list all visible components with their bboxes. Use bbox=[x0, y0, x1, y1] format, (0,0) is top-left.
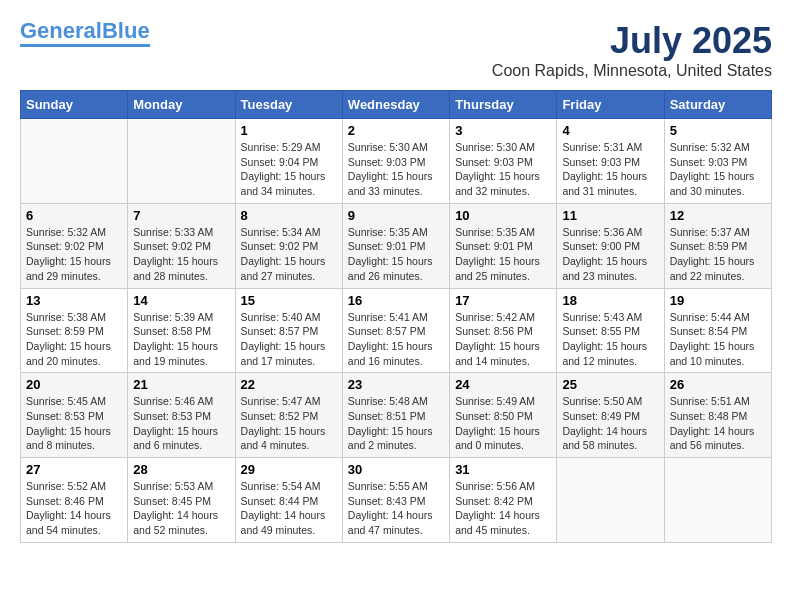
calendar-cell: 25Sunrise: 5:50 AM Sunset: 8:49 PM Dayli… bbox=[557, 373, 664, 458]
day-info: Sunrise: 5:56 AM Sunset: 8:42 PM Dayligh… bbox=[455, 479, 551, 538]
col-header-tuesday: Tuesday bbox=[235, 91, 342, 119]
calendar-cell: 12Sunrise: 5:37 AM Sunset: 8:59 PM Dayli… bbox=[664, 203, 771, 288]
calendar-cell: 20Sunrise: 5:45 AM Sunset: 8:53 PM Dayli… bbox=[21, 373, 128, 458]
calendar-cell: 26Sunrise: 5:51 AM Sunset: 8:48 PM Dayli… bbox=[664, 373, 771, 458]
calendar-cell: 18Sunrise: 5:43 AM Sunset: 8:55 PM Dayli… bbox=[557, 288, 664, 373]
calendar-cell bbox=[557, 458, 664, 543]
day-number: 11 bbox=[562, 208, 658, 223]
day-number: 1 bbox=[241, 123, 337, 138]
day-number: 26 bbox=[670, 377, 766, 392]
day-info: Sunrise: 5:29 AM Sunset: 9:04 PM Dayligh… bbox=[241, 140, 337, 199]
col-header-monday: Monday bbox=[128, 91, 235, 119]
calendar-cell bbox=[21, 119, 128, 204]
calendar-cell: 31Sunrise: 5:56 AM Sunset: 8:42 PM Dayli… bbox=[450, 458, 557, 543]
day-number: 30 bbox=[348, 462, 444, 477]
calendar-cell: 2Sunrise: 5:30 AM Sunset: 9:03 PM Daylig… bbox=[342, 119, 449, 204]
calendar-cell: 19Sunrise: 5:44 AM Sunset: 8:54 PM Dayli… bbox=[664, 288, 771, 373]
day-info: Sunrise: 5:36 AM Sunset: 9:00 PM Dayligh… bbox=[562, 225, 658, 284]
day-info: Sunrise: 5:34 AM Sunset: 9:02 PM Dayligh… bbox=[241, 225, 337, 284]
day-number: 22 bbox=[241, 377, 337, 392]
day-info: Sunrise: 5:53 AM Sunset: 8:45 PM Dayligh… bbox=[133, 479, 229, 538]
calendar-week-3: 13Sunrise: 5:38 AM Sunset: 8:59 PM Dayli… bbox=[21, 288, 772, 373]
col-header-thursday: Thursday bbox=[450, 91, 557, 119]
day-number: 24 bbox=[455, 377, 551, 392]
calendar-cell: 11Sunrise: 5:36 AM Sunset: 9:00 PM Dayli… bbox=[557, 203, 664, 288]
calendar-cell: 21Sunrise: 5:46 AM Sunset: 8:53 PM Dayli… bbox=[128, 373, 235, 458]
day-number: 7 bbox=[133, 208, 229, 223]
calendar-cell: 17Sunrise: 5:42 AM Sunset: 8:56 PM Dayli… bbox=[450, 288, 557, 373]
day-info: Sunrise: 5:52 AM Sunset: 8:46 PM Dayligh… bbox=[26, 479, 122, 538]
day-info: Sunrise: 5:37 AM Sunset: 8:59 PM Dayligh… bbox=[670, 225, 766, 284]
day-info: Sunrise: 5:30 AM Sunset: 9:03 PM Dayligh… bbox=[455, 140, 551, 199]
day-number: 8 bbox=[241, 208, 337, 223]
day-number: 27 bbox=[26, 462, 122, 477]
calendar-cell: 6Sunrise: 5:32 AM Sunset: 9:02 PM Daylig… bbox=[21, 203, 128, 288]
day-number: 18 bbox=[562, 293, 658, 308]
day-number: 12 bbox=[670, 208, 766, 223]
calendar-week-1: 1Sunrise: 5:29 AM Sunset: 9:04 PM Daylig… bbox=[21, 119, 772, 204]
calendar-cell: 27Sunrise: 5:52 AM Sunset: 8:46 PM Dayli… bbox=[21, 458, 128, 543]
calendar-cell: 10Sunrise: 5:35 AM Sunset: 9:01 PM Dayli… bbox=[450, 203, 557, 288]
calendar-week-5: 27Sunrise: 5:52 AM Sunset: 8:46 PM Dayli… bbox=[21, 458, 772, 543]
col-header-wednesday: Wednesday bbox=[342, 91, 449, 119]
day-info: Sunrise: 5:31 AM Sunset: 9:03 PM Dayligh… bbox=[562, 140, 658, 199]
calendar-cell: 4Sunrise: 5:31 AM Sunset: 9:03 PM Daylig… bbox=[557, 119, 664, 204]
day-number: 13 bbox=[26, 293, 122, 308]
day-number: 2 bbox=[348, 123, 444, 138]
calendar-cell: 22Sunrise: 5:47 AM Sunset: 8:52 PM Dayli… bbox=[235, 373, 342, 458]
day-info: Sunrise: 5:32 AM Sunset: 9:02 PM Dayligh… bbox=[26, 225, 122, 284]
day-info: Sunrise: 5:44 AM Sunset: 8:54 PM Dayligh… bbox=[670, 310, 766, 369]
logo-text: GeneralBlue bbox=[20, 20, 150, 42]
day-info: Sunrise: 5:48 AM Sunset: 8:51 PM Dayligh… bbox=[348, 394, 444, 453]
calendar-cell: 9Sunrise: 5:35 AM Sunset: 9:01 PM Daylig… bbox=[342, 203, 449, 288]
day-info: Sunrise: 5:40 AM Sunset: 8:57 PM Dayligh… bbox=[241, 310, 337, 369]
day-number: 21 bbox=[133, 377, 229, 392]
day-info: Sunrise: 5:51 AM Sunset: 8:48 PM Dayligh… bbox=[670, 394, 766, 453]
day-number: 19 bbox=[670, 293, 766, 308]
day-number: 31 bbox=[455, 462, 551, 477]
day-number: 6 bbox=[26, 208, 122, 223]
day-info: Sunrise: 5:55 AM Sunset: 8:43 PM Dayligh… bbox=[348, 479, 444, 538]
col-header-sunday: Sunday bbox=[21, 91, 128, 119]
day-number: 15 bbox=[241, 293, 337, 308]
day-number: 29 bbox=[241, 462, 337, 477]
day-number: 16 bbox=[348, 293, 444, 308]
day-number: 9 bbox=[348, 208, 444, 223]
day-number: 25 bbox=[562, 377, 658, 392]
calendar-cell: 24Sunrise: 5:49 AM Sunset: 8:50 PM Dayli… bbox=[450, 373, 557, 458]
day-number: 4 bbox=[562, 123, 658, 138]
day-info: Sunrise: 5:46 AM Sunset: 8:53 PM Dayligh… bbox=[133, 394, 229, 453]
logo-blue: Blue bbox=[102, 18, 150, 43]
day-info: Sunrise: 5:42 AM Sunset: 8:56 PM Dayligh… bbox=[455, 310, 551, 369]
day-number: 23 bbox=[348, 377, 444, 392]
day-info: Sunrise: 5:39 AM Sunset: 8:58 PM Dayligh… bbox=[133, 310, 229, 369]
calendar-cell: 7Sunrise: 5:33 AM Sunset: 9:02 PM Daylig… bbox=[128, 203, 235, 288]
day-info: Sunrise: 5:54 AM Sunset: 8:44 PM Dayligh… bbox=[241, 479, 337, 538]
calendar-week-4: 20Sunrise: 5:45 AM Sunset: 8:53 PM Dayli… bbox=[21, 373, 772, 458]
day-number: 14 bbox=[133, 293, 229, 308]
calendar-cell: 28Sunrise: 5:53 AM Sunset: 8:45 PM Dayli… bbox=[128, 458, 235, 543]
day-info: Sunrise: 5:30 AM Sunset: 9:03 PM Dayligh… bbox=[348, 140, 444, 199]
calendar-cell: 15Sunrise: 5:40 AM Sunset: 8:57 PM Dayli… bbox=[235, 288, 342, 373]
day-number: 10 bbox=[455, 208, 551, 223]
logo-underline bbox=[20, 44, 150, 47]
day-info: Sunrise: 5:33 AM Sunset: 9:02 PM Dayligh… bbox=[133, 225, 229, 284]
calendar-cell: 5Sunrise: 5:32 AM Sunset: 9:03 PM Daylig… bbox=[664, 119, 771, 204]
day-info: Sunrise: 5:32 AM Sunset: 9:03 PM Dayligh… bbox=[670, 140, 766, 199]
day-info: Sunrise: 5:50 AM Sunset: 8:49 PM Dayligh… bbox=[562, 394, 658, 453]
calendar-cell: 29Sunrise: 5:54 AM Sunset: 8:44 PM Dayli… bbox=[235, 458, 342, 543]
calendar-cell: 30Sunrise: 5:55 AM Sunset: 8:43 PM Dayli… bbox=[342, 458, 449, 543]
day-number: 3 bbox=[455, 123, 551, 138]
page-subtitle: Coon Rapids, Minnesota, United States bbox=[492, 62, 772, 80]
calendar-cell: 16Sunrise: 5:41 AM Sunset: 8:57 PM Dayli… bbox=[342, 288, 449, 373]
calendar-header-row: SundayMondayTuesdayWednesdayThursdayFrid… bbox=[21, 91, 772, 119]
calendar-cell: 3Sunrise: 5:30 AM Sunset: 9:03 PM Daylig… bbox=[450, 119, 557, 204]
calendar-cell: 13Sunrise: 5:38 AM Sunset: 8:59 PM Dayli… bbox=[21, 288, 128, 373]
day-number: 5 bbox=[670, 123, 766, 138]
page-header: GeneralBlue July 2025 Coon Rapids, Minne… bbox=[20, 20, 772, 80]
day-info: Sunrise: 5:35 AM Sunset: 9:01 PM Dayligh… bbox=[455, 225, 551, 284]
calendar-cell bbox=[664, 458, 771, 543]
calendar-table: SundayMondayTuesdayWednesdayThursdayFrid… bbox=[20, 90, 772, 543]
day-info: Sunrise: 5:45 AM Sunset: 8:53 PM Dayligh… bbox=[26, 394, 122, 453]
calendar-cell: 14Sunrise: 5:39 AM Sunset: 8:58 PM Dayli… bbox=[128, 288, 235, 373]
